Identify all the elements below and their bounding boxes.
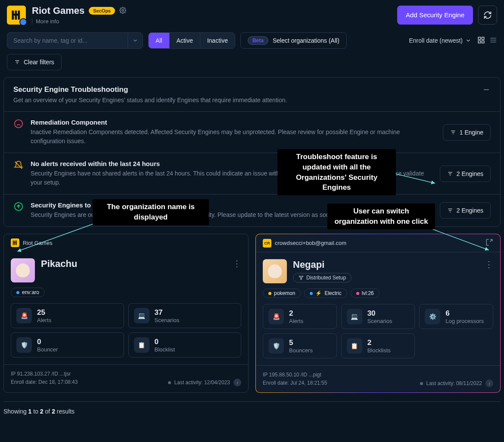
- engine-card[interactable]: Riot Games Pikachu ⋮ env:aro 🚨25Alerts 💻…: [3, 234, 249, 393]
- status-segment: All Active Inactive: [148, 32, 235, 49]
- filter-engines-button[interactable]: 2 Engines: [440, 202, 491, 219]
- panel-title: Security Engine Troubleshooting: [13, 85, 287, 94]
- svg-point-0: [122, 9, 124, 11]
- clear-filters-button[interactable]: Clear filters: [7, 54, 62, 70]
- collapse-icon[interactable]: [482, 85, 491, 95]
- callout: The organization name is displayed: [93, 199, 209, 225]
- filter-engines-button[interactable]: 2 Engines: [440, 166, 491, 182]
- svg-line-31: [17, 223, 95, 251]
- svg-line-30: [390, 172, 435, 183]
- stat-bouncers: 🛡️5Bouncers: [263, 333, 337, 358]
- card-menu-icon[interactable]: ⋮: [485, 259, 493, 270]
- panel-subtitle: Get an overview of your Security Engines…: [13, 97, 287, 103]
- org-avatar-icon: CR: [263, 239, 271, 248]
- brand-logo: [7, 6, 26, 25]
- engine-name: Negapi: [293, 259, 352, 270]
- search-input[interactable]: [7, 32, 128, 49]
- stat-bouncer: 🛡️0Bouncer: [11, 332, 124, 357]
- engine-avatar: [263, 259, 287, 283]
- tag: ⚡Electric: [304, 288, 347, 298]
- svg-rect-4: [482, 41, 484, 43]
- refresh-button[interactable]: [478, 6, 497, 25]
- tag: pokemon: [263, 288, 301, 298]
- bell-off-icon: [13, 160, 24, 170]
- more-info-link[interactable]: More info: [32, 18, 126, 25]
- engine-enroll-date: Enroll date: Dec 18, 17:08:43: [11, 378, 78, 386]
- page-title: Riot Games: [32, 5, 84, 16]
- svg-point-27: [299, 276, 301, 277]
- add-engine-button[interactable]: Add Security Engine: [397, 6, 473, 25]
- org-select-label: Select organizations (All): [273, 37, 339, 44]
- filter-engines-button[interactable]: 1 Engine: [443, 124, 491, 141]
- svg-point-28: [302, 276, 303, 277]
- last-activity: Last activity: 12/04/2023: [174, 379, 230, 386]
- seg-all[interactable]: All: [149, 33, 170, 48]
- scenario-icon: 💻: [134, 308, 149, 323]
- sad-face-icon: [13, 119, 24, 129]
- grid-view-icon[interactable]: [477, 36, 485, 45]
- seg-inactive[interactable]: Inactive: [200, 33, 235, 48]
- processor-icon: ⚙️: [425, 309, 440, 324]
- results-summary: Showing 1 to 2 of 2 results: [0, 402, 504, 421]
- stat-blocklists: 📋2Blocklists: [341, 333, 415, 358]
- scenario-icon: 💻: [347, 309, 362, 324]
- seg-active[interactable]: Active: [170, 33, 200, 48]
- list-icon: 📋: [134, 337, 149, 353]
- list-view-icon[interactable]: [489, 36, 497, 45]
- distributed-badge: Distributed Setup: [293, 273, 352, 282]
- engine-ip: IP 91.238.103.27 /ID ...tjsr: [11, 370, 78, 378]
- tag: lvl:26: [351, 288, 380, 298]
- engine-ip: IP 195.88.50.10 /ID ...pigt: [263, 371, 327, 379]
- trouble-row: Remediation Component Inactive Remediati…: [4, 111, 500, 153]
- svg-rect-2: [482, 37, 484, 39]
- secops-badge: SecOps: [89, 7, 115, 15]
- sort-dropdown[interactable]: Enroll date (newest): [409, 37, 471, 44]
- stat-scenarios: 💻30Scenarios: [341, 304, 415, 329]
- svg-rect-1: [478, 37, 480, 39]
- shield-icon: 🛡️: [268, 338, 284, 354]
- stat-log-processors: ⚙️6Log processors: [419, 304, 493, 329]
- shield-icon: 🛡️: [16, 337, 32, 353]
- last-activity: Last activity: 08/11/2022: [426, 380, 482, 386]
- gear-icon[interactable]: [119, 7, 126, 15]
- beta-badge: Beta: [248, 36, 268, 45]
- stat-blocklist: 📋0Blocklist: [128, 332, 242, 357]
- svg-line-32: [431, 229, 489, 250]
- engine-avatar: [11, 258, 35, 282]
- info-icon[interactable]: i: [233, 379, 241, 386]
- alert-icon: 🚨: [268, 309, 284, 324]
- info-icon[interactable]: i: [485, 379, 493, 387]
- stat-alerts: 🚨25Alerts: [11, 303, 124, 328]
- card-menu-icon[interactable]: ⋮: [233, 258, 241, 269]
- upload-icon: [13, 201, 24, 212]
- org-select[interactable]: Beta Select organizations (All): [240, 32, 347, 49]
- list-icon: 📋: [347, 338, 362, 354]
- callout: Troubleshoot feature is updated with all…: [277, 149, 396, 195]
- stat-alerts: 🚨2Alerts: [263, 304, 337, 329]
- svg-point-12: [15, 120, 22, 128]
- alert-icon: 🚨: [16, 308, 32, 323]
- org-name: crowdsecci+bob@gmail.com: [275, 240, 346, 246]
- callout: User can switch organization with one cl…: [327, 204, 435, 229]
- svg-rect-3: [478, 41, 480, 43]
- engine-enroll-date: Enroll date: Jul 24, 18:21:55: [263, 379, 327, 387]
- engine-card[interactable]: CR crowdsecci+bob@gmail.com Negapi Distr…: [255, 234, 501, 393]
- engine-name: Pikachu: [41, 258, 77, 270]
- search-dropdown[interactable]: [128, 32, 143, 49]
- tag: env:aro: [11, 288, 45, 297]
- stat-scenarios: 💻37Scenarios: [128, 303, 242, 328]
